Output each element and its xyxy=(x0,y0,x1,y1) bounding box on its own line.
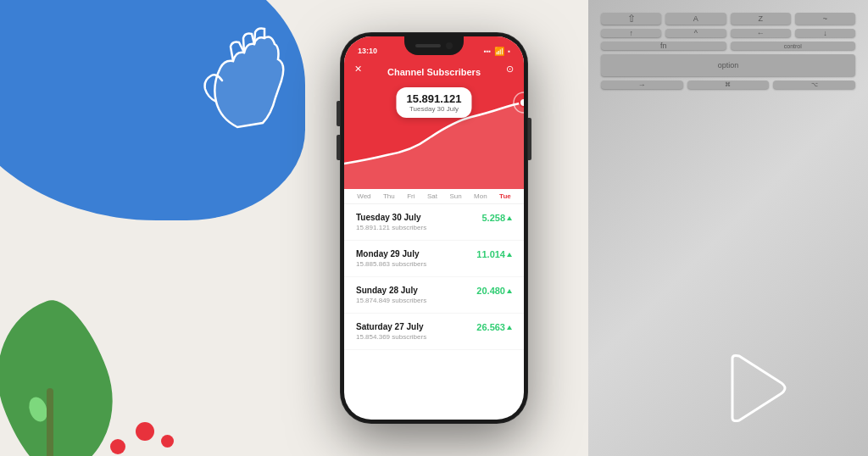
power-button xyxy=(528,118,531,160)
up-arrow-4 xyxy=(507,325,512,330)
up-arrow-2 xyxy=(507,253,512,257)
camera-icon[interactable]: ⊙ xyxy=(506,64,514,75)
app-title: Channel Subscribers xyxy=(387,67,481,77)
stat-date-1: Tuesday 30 July xyxy=(356,213,426,222)
volume-down-button xyxy=(337,135,340,160)
day-labels: Wed Thu Fri Sat Sun Mon Tue xyxy=(344,189,524,204)
signal-icon: ▪▪▪ xyxy=(484,47,492,55)
plant-decoration xyxy=(0,219,153,456)
chart-area: 15.891.121 Tuesday 30 July xyxy=(344,79,524,189)
day-wed: Wed xyxy=(357,192,370,200)
plant-stem xyxy=(47,388,53,456)
key-tilde: ~ xyxy=(795,13,855,25)
volume-up-button xyxy=(337,101,340,126)
key-z: Z xyxy=(731,13,791,25)
phone-mockup: 13:10 ▪▪▪ 📶 ▪ ✕ Channel Subscribers ⊙ xyxy=(341,33,527,423)
stats-list[interactable]: Tuesday 30 July 15.891.121 subscribers 5… xyxy=(344,204,524,350)
phone-body: 13:10 ▪▪▪ 📶 ▪ ✕ Channel Subscribers ⊙ xyxy=(341,33,527,423)
wifi-icon: 📶 xyxy=(494,47,504,56)
tooltip-date: Tuesday 30 July xyxy=(406,105,461,113)
day-tue[interactable]: Tue xyxy=(499,192,511,200)
dot-3 xyxy=(161,435,174,448)
stat-gain-4: 26.563 xyxy=(476,322,512,332)
key-extra2: ⌥ xyxy=(773,81,855,89)
day-sun: Sun xyxy=(449,192,461,200)
dot-1 xyxy=(110,439,125,454)
key-option: option xyxy=(601,54,855,76)
stat-subs-1: 15.891.121 subscribers xyxy=(356,224,426,231)
key-shift: ⇧ xyxy=(601,13,661,25)
tooltip-subscribers: 15.891.121 xyxy=(406,92,461,105)
svg-point-0 xyxy=(520,98,524,107)
key-down: ↓ xyxy=(795,29,855,37)
plant-leaf xyxy=(0,290,136,456)
stat-item-2[interactable]: Monday 29 July 15.885.863 subscribers 11… xyxy=(344,241,524,277)
stat-subs-2: 15.885.863 subscribers xyxy=(356,260,426,268)
up-arrow-1 xyxy=(507,216,512,220)
key-option-label: option xyxy=(718,61,739,70)
key-fn: fn xyxy=(601,42,726,50)
status-time: 13:10 xyxy=(358,47,377,55)
key-a: A xyxy=(665,13,726,25)
key-caret: ^ xyxy=(665,29,726,37)
stat-item-4[interactable]: Saturday 27 July 15.854.369 subscribers … xyxy=(344,314,524,350)
stat-date-4: Saturday 27 July xyxy=(356,322,426,331)
day-mon: Mon xyxy=(474,192,487,200)
hand-illustration xyxy=(170,17,339,144)
key-extra1: ⌘ xyxy=(687,81,770,89)
stat-subs-3: 15.874.849 subscribers xyxy=(356,297,426,304)
stat-date-2: Monday 29 July xyxy=(356,249,426,259)
phone-notch xyxy=(404,36,464,55)
key-up: ↑ xyxy=(601,29,661,37)
status-icons: ▪▪▪ 📶 ▪ xyxy=(484,47,510,56)
day-sat: Sat xyxy=(427,192,437,200)
stat-gain-1: 5.258 xyxy=(481,213,512,223)
day-fri: Fri xyxy=(407,192,415,200)
stat-subs-4: 15.854.369 subscribers xyxy=(356,333,426,341)
stat-item-3[interactable]: Sunday 28 July 15.874.849 subscribers 20… xyxy=(344,277,524,314)
stat-item-1[interactable]: Tuesday 30 July 15.891.121 subscribers 5… xyxy=(344,204,524,241)
stat-date-3: Sunday 28 July xyxy=(356,286,426,295)
key-control: control xyxy=(731,42,856,50)
chart-tooltip: 15.891.121 Tuesday 30 July xyxy=(396,87,471,118)
up-arrow-3 xyxy=(507,289,512,293)
stat-gain-3: 20.480 xyxy=(476,286,512,296)
day-thu: Thu xyxy=(383,192,395,200)
close-icon[interactable]: ✕ xyxy=(354,64,362,75)
youtube-play-decoration xyxy=(715,346,800,431)
key-right: → xyxy=(601,81,683,89)
key-left: ← xyxy=(731,29,791,37)
app-header: ✕ Channel Subscribers ⊙ xyxy=(344,60,524,79)
dot-2 xyxy=(136,422,154,441)
phone-screen: 13:10 ▪▪▪ 📶 ▪ ✕ Channel Subscribers ⊙ xyxy=(344,36,524,420)
notch-camera xyxy=(446,42,453,49)
notch-speaker xyxy=(415,44,441,47)
stat-gain-2: 11.014 xyxy=(476,249,512,259)
battery-icon: ▪ xyxy=(508,47,510,55)
